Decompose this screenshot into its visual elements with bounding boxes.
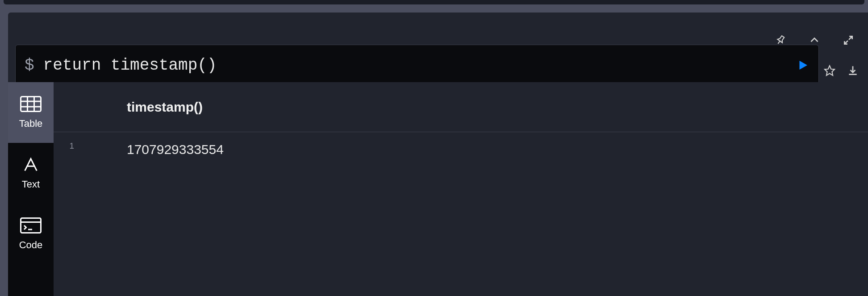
- view-tab-code[interactable]: Code: [8, 204, 54, 264]
- chevron-up-icon[interactable]: [808, 34, 821, 46]
- table-row[interactable]: 1 1707929333554: [54, 132, 868, 157]
- results-header-row: timestamp(): [54, 82, 868, 132]
- view-tab-label: Code: [19, 239, 43, 251]
- query-text-input[interactable]: return timestamp(): [43, 56, 791, 75]
- expand-icon[interactable]: [842, 34, 855, 46]
- view-sidebar: Table Text Code: [8, 82, 54, 296]
- view-tab-label: Text: [22, 179, 40, 190]
- pin-icon[interactable]: [774, 34, 787, 46]
- row-number: 1: [54, 138, 78, 151]
- run-button[interactable]: [796, 58, 810, 72]
- svg-rect-1: [21, 97, 41, 112]
- panel-right-actions: [847, 64, 859, 77]
- collapsed-panel-bar: [4, 0, 864, 4]
- results-area: timestamp() 1 1707929333554: [54, 82, 868, 296]
- view-tab-table[interactable]: Table: [8, 82, 54, 143]
- column-header[interactable]: timestamp(): [78, 100, 203, 115]
- code-icon: [20, 217, 42, 234]
- view-tab-text[interactable]: Text: [8, 143, 54, 204]
- svg-rect-6: [21, 218, 41, 233]
- table-icon: [20, 96, 42, 113]
- prompt-symbol: $: [25, 56, 34, 75]
- text-icon: [20, 156, 42, 173]
- view-tab-label: Table: [19, 118, 43, 129]
- panel-top-actions: [774, 34, 855, 46]
- query-input-bar: $ return timestamp(): [15, 45, 819, 86]
- download-icon[interactable]: [847, 64, 859, 77]
- cell-value: 1707929333554: [78, 138, 224, 157]
- svg-marker-0: [825, 66, 835, 75]
- star-icon[interactable]: [823, 64, 836, 77]
